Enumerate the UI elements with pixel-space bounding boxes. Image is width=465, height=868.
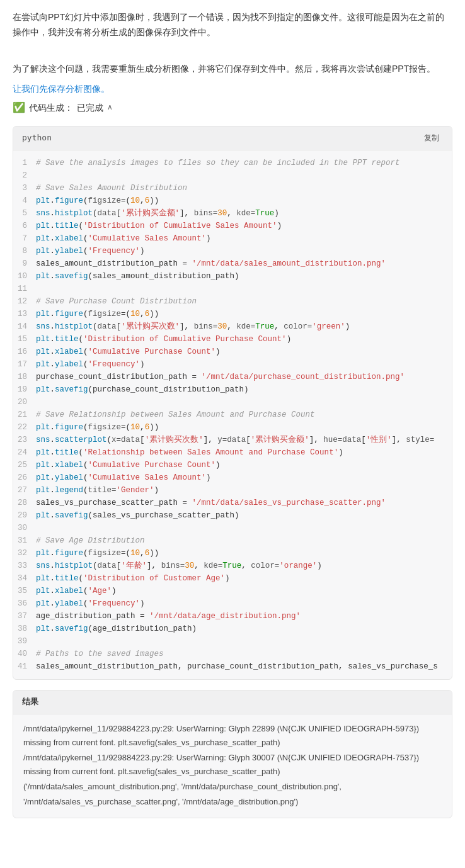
code-line: 5 sns.histplot(data['累计购买金额'], bins=30, …: [13, 207, 452, 220]
code-line: 24 plt.title('Relationship between Sales…: [13, 446, 452, 459]
code-line: 30: [13, 522, 452, 534]
code-line: 29 plt.savefig(sales_vs_purchase_scatter…: [13, 509, 452, 522]
code-line: 25 plt.xlabel('Cumulative Purchase Count…: [13, 459, 452, 471]
code-line: 9 sales_amount_distribution_path = '/mnt…: [13, 257, 452, 270]
status-line: ✅ 代码生成： 已完成 ∧: [13, 99, 452, 116]
result-body: /mnt/data/ipykernel_11/929884223.py:29: …: [13, 714, 452, 818]
highlight-text: 让我们先保存分析图像。: [13, 82, 452, 96]
code-line: 22 plt.figure(figsize=(10,6)): [13, 421, 452, 434]
code-line: 40 # Paths to the saved images: [13, 648, 452, 660]
code-line: 2: [13, 169, 452, 182]
code-line: 11: [13, 283, 452, 295]
code-line: 16 plt.xlabel('Cumulative Purchase Count…: [13, 346, 452, 358]
code-line: 7 plt.xlabel('Cumulative Sales Amount'): [13, 232, 452, 245]
code-body: 1 # Save the analysis images to files so…: [13, 150, 452, 679]
result-line: '/mnt/data/sales_vs_purchase_scatter.png…: [23, 795, 442, 809]
code-line: 35 plt.xlabel('Age'): [13, 585, 452, 597]
check-icon: ✅: [13, 99, 25, 116]
code-line: 28 sales_vs_purchase_scatter_path = '/mn…: [13, 497, 452, 509]
code-line: 33 sns.histplot(data['年龄'], bins=30, kde…: [13, 560, 452, 572]
code-line: 20: [13, 396, 452, 409]
code-line: 26 plt.ylabel('Cumulative Sales Amount'): [13, 471, 452, 484]
result-line: ('/mnt/data/sales_amount_distribution.pn…: [23, 780, 442, 794]
status-value: 已完成: [77, 101, 103, 115]
code-line: 13 plt.figure(figsize=(10,6)): [13, 308, 452, 320]
code-header: python 复制: [13, 127, 452, 150]
status-label: 代码生成：: [29, 101, 73, 115]
code-line: 1 # Save the analysis images to files so…: [13, 157, 452, 169]
code-line: 18 purchase_count_distribution_path = '/…: [13, 371, 452, 383]
solution-paragraph: 为了解决这个问题，我需要重新生成分析图像，并将它们保存到文件中。然后，我将再次尝…: [13, 62, 452, 77]
code-line: 31 # Save Age Distribution: [13, 534, 452, 547]
code-line: 12 # Save Purchase Count Distribution: [13, 295, 452, 308]
code-line: 8 plt.ylabel('Frequency'): [13, 245, 452, 257]
code-line: 41 sales_amount_distribution_path, purch…: [13, 660, 452, 673]
code-line: 23 sns.scatterplot(x=data['累计购买次数'], y=d…: [13, 434, 452, 446]
code-line: 6 plt.title('Distribution of Cumulative …: [13, 220, 452, 232]
code-line: 39: [13, 635, 452, 648]
code-line: 19 plt.savefig(purchase_count_distributi…: [13, 383, 452, 396]
code-line: 38 plt.savefig(age_distribution_path): [13, 623, 452, 635]
code-line: 3 # Save Sales Amount Distribution: [13, 182, 452, 194]
chevron-icon[interactable]: ∧: [107, 101, 113, 113]
copy-button[interactable]: 复制: [420, 132, 443, 145]
result-line: /mnt/data/ipykernel_11/929884223.py:29: …: [23, 722, 442, 750]
result-line: /mnt/data/ipykernel_11/929884223.py:29: …: [23, 751, 442, 779]
result-block: 结果 /mnt/data/ipykernel_11/929884223.py:2…: [13, 690, 452, 818]
code-line: 17 plt.ylabel('Frequency'): [13, 358, 452, 371]
result-header: 结果: [13, 690, 452, 714]
code-line: 15 plt.title('Distribution of Cumulative…: [13, 333, 452, 346]
code-block: python 复制 1 # Save the analysis images t…: [13, 126, 452, 680]
code-line: 10 plt.savefig(sales_amount_distribution…: [13, 270, 452, 283]
code-line: 32 plt.figure(figsize=(10,6)): [13, 547, 452, 560]
code-line: 36 plt.ylabel('Frequency'): [13, 597, 452, 610]
code-language: python: [22, 132, 52, 145]
code-line: 14 sns.histplot(data['累计购买次数'], bins=30,…: [13, 320, 452, 333]
code-line: 21 # Save Relationship between Sales Amo…: [13, 409, 452, 421]
code-line: 37 age_distribution_path = '/mnt/data/ag…: [13, 610, 452, 623]
code-line: 4 plt.figure(figsize=(10,6)): [13, 194, 452, 207]
intro-paragraph1: 在尝试向PPT幻灯片中添加图像时，我遇到了一个错误，因为找不到指定的图像文件。这…: [13, 10, 452, 40]
code-line: 27 plt.legend(title='Gender'): [13, 484, 452, 497]
code-line: 34 plt.title('Distribution of Customer A…: [13, 572, 452, 585]
